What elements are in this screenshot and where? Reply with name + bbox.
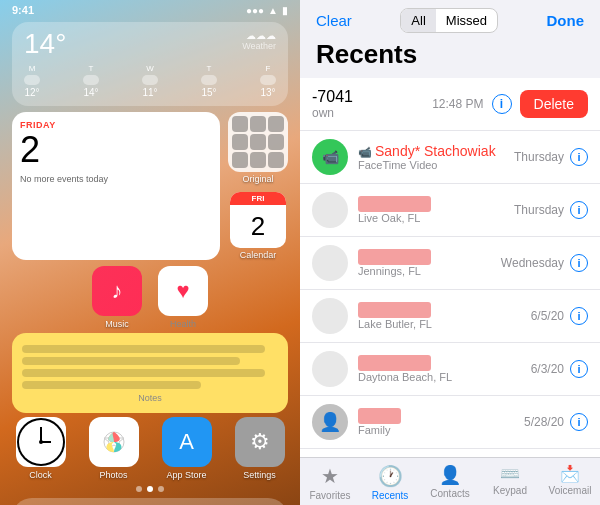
recents-done-button[interactable]: Done: [547, 12, 585, 29]
info-button-3[interactable]: i: [570, 307, 588, 325]
item-content: •••••••••••••• Jennings, FL: [358, 249, 501, 277]
item-time: 5/28/20: [524, 415, 564, 429]
recents-number-text: -7041: [312, 88, 432, 106]
item-sub: FaceTime Video: [358, 159, 514, 171]
avatar: [312, 351, 348, 387]
item-right: 6/5/20 i: [531, 307, 588, 325]
calendar-widget[interactable]: FRIDAY 2 No more events today: [12, 112, 220, 260]
list-item[interactable]: 📹 📹Sandy* Stachowiak FaceTime Video Thur…: [300, 131, 600, 184]
item-content: 📹Sandy* Stachowiak FaceTime Video: [358, 143, 514, 171]
list-item[interactable]: 👤 •••••••• Family 5/28/20 i: [300, 396, 600, 449]
dock: 💬 📞 🧭 ✉: [12, 498, 288, 505]
item-sub: Daytona Beach, FL: [358, 371, 531, 383]
item-right: Thursday i: [514, 201, 588, 219]
list-item[interactable]: •••••••••••••• Lake Butler, FL 6/5/20 i: [300, 290, 600, 343]
weather-forecast: M12° T14° W11° T15° F13°: [24, 64, 276, 98]
video-call-icon: 📹: [358, 146, 372, 158]
weather-temp: 14°: [24, 30, 66, 58]
phone-recents-screen: Clear All Missed Done Recents -7041 own …: [300, 0, 600, 505]
tab-favorites-label: Favorites: [309, 490, 350, 501]
info-button-4[interactable]: i: [570, 360, 588, 378]
avatar: [312, 245, 348, 281]
music-app[interactable]: ♪ Music: [92, 266, 142, 329]
recents-top-bar: Clear All Missed Done: [316, 8, 584, 33]
item-name: ••••••••: [358, 408, 524, 424]
item-content: •••••••• Family: [358, 408, 524, 436]
notes-line-4: [22, 381, 201, 389]
tab-missed[interactable]: Missed: [436, 9, 497, 32]
item-sub: Jennings, FL: [358, 265, 501, 277]
recents-clear-button[interactable]: Clear: [316, 12, 352, 29]
delete-button[interactable]: Delete: [520, 90, 588, 118]
avatar: 📹: [312, 139, 348, 175]
item-content: •••••••••••••• Live Oak, FL: [358, 196, 514, 224]
info-button-0[interactable]: i: [570, 148, 588, 166]
clock-label: Clock: [29, 470, 52, 480]
item-right: 6/3/20 i: [531, 360, 588, 378]
notes-widget[interactable]: Notes: [12, 333, 288, 413]
original-icon: [228, 112, 288, 172]
item-sub: Family: [358, 424, 524, 436]
list-item[interactable]: •••••• Today 5/28/20 i: [300, 449, 600, 457]
settings-app[interactable]: ⚙ Settings: [235, 417, 285, 480]
tab-recents[interactable]: 🕐 Recents: [360, 464, 420, 501]
item-name: ••••••••••••••: [358, 302, 531, 318]
avatar: 👤: [312, 404, 348, 440]
weather-label: Weather: [242, 41, 276, 51]
keypad-icon: ⌨️: [500, 464, 520, 483]
photos-app[interactable]: Photos: [89, 417, 139, 480]
tab-voicemail-label: Voicemail: [549, 485, 592, 496]
item-right: 5/28/20 i: [524, 413, 588, 431]
notes-line-2: [22, 357, 240, 365]
item-sub: Live Oak, FL: [358, 212, 514, 224]
health-label: Health: [170, 319, 196, 329]
cal-mini-date: 2: [230, 205, 286, 248]
dot-1: [136, 486, 142, 492]
weather-widget[interactable]: 14° ☁☁☁ Weather M12° T14° W11° T15° F13°: [12, 22, 288, 106]
tab-voicemail[interactable]: 📩 Voicemail: [540, 464, 600, 501]
recents-icon: 🕐: [378, 464, 403, 488]
settings-label: Settings: [243, 470, 276, 480]
wifi-icon: ▲: [268, 5, 278, 16]
list-item[interactable]: •••••••••••••• Daytona Beach, FL 6/3/20 …: [300, 343, 600, 396]
appstore-icon: A: [162, 417, 212, 467]
info-button-1[interactable]: i: [570, 201, 588, 219]
recents-tabs: All Missed: [400, 8, 498, 33]
info-button-2[interactable]: i: [570, 254, 588, 272]
calendar-date: 2: [20, 130, 212, 170]
info-button-pinned[interactable]: i: [492, 94, 512, 114]
notes-label: Notes: [22, 393, 278, 403]
tab-all[interactable]: All: [401, 9, 435, 32]
calendar-event: No more events today: [20, 174, 212, 184]
item-time: Thursday: [514, 203, 564, 217]
calendar-app[interactable]: FRI 2 Calendar: [228, 192, 288, 260]
list-item[interactable]: •••••••••••••• Jennings, FL Wednesday i: [300, 237, 600, 290]
tab-favorites[interactable]: ★ Favorites: [300, 464, 360, 501]
info-button-5[interactable]: i: [570, 413, 588, 431]
item-time: Thursday: [514, 150, 564, 164]
tab-contacts-label: Contacts: [430, 488, 469, 499]
recents-list: -7041 own 12:48 PM i Delete 📹 📹Sandy* St…: [300, 78, 600, 457]
item-right: Wednesday i: [501, 254, 588, 272]
item-name: ••••••••••••••: [358, 196, 514, 212]
status-right: ●●● ▲ ▮: [246, 5, 288, 16]
recents-own: own: [312, 106, 432, 120]
clock-app[interactable]: Clock: [16, 417, 66, 480]
recents-item-delete: -7041 own 12:48 PM i Delete: [300, 78, 600, 131]
original-app[interactable]: Original: [228, 112, 288, 184]
item-name: ••••••••••••••: [358, 355, 531, 371]
tab-contacts[interactable]: 👤 Contacts: [420, 464, 480, 501]
svg-point-4: [39, 440, 43, 444]
appstore-app[interactable]: A App Store: [162, 417, 212, 480]
dot-3: [158, 486, 164, 492]
item-sub: Lake Butler, FL: [358, 318, 531, 330]
calendar-app-icon: FRI 2: [230, 192, 286, 248]
photos-label: Photos: [99, 470, 127, 480]
tab-keypad-label: Keypad: [493, 485, 527, 496]
tab-keypad[interactable]: ⌨️ Keypad: [480, 464, 540, 501]
appstore-label: App Store: [166, 470, 206, 480]
item-time: Wednesday: [501, 256, 564, 270]
health-app[interactable]: ♥ Health: [158, 266, 208, 329]
dot-2: [147, 486, 153, 492]
list-item[interactable]: •••••••••••••• Live Oak, FL Thursday i: [300, 184, 600, 237]
